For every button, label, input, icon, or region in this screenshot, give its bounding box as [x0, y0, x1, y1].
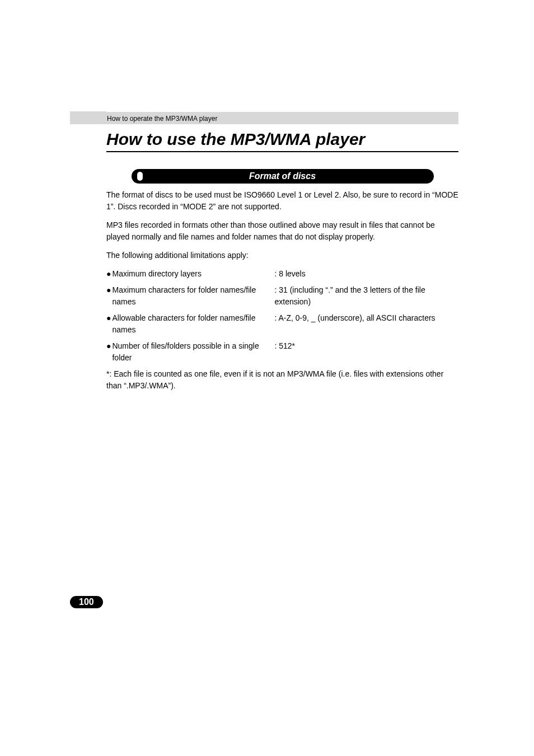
bullet-label: Maximum characters for folder names/file…	[112, 284, 274, 308]
footnote: *: Each file is counted as one file, eve…	[106, 368, 458, 392]
tab-mark	[70, 111, 106, 121]
page-number: 100	[70, 596, 103, 608]
bullet-label: Allowable characters for folder names/fi…	[112, 312, 274, 336]
page-content: How to operate the MP3/WMA player How to…	[0, 0, 534, 392]
breadcrumb-text: How to operate the MP3/WMA player	[107, 115, 217, 123]
bullet-value: : A-Z, 0-9, _ (underscore), all ASCII ch…	[274, 312, 458, 336]
bullet-label: Number of files/folders possible in a si…	[112, 340, 274, 364]
bullet-icon: ●	[106, 284, 111, 308]
bullet-label: Maximum directory layers	[112, 268, 274, 280]
paragraph: The format of discs to be used must be I…	[106, 189, 458, 213]
bullet-icon: ●	[106, 312, 111, 336]
page-title: How to use the MP3/WMA player	[106, 130, 458, 152]
bullet-value: : 8 levels	[274, 268, 458, 280]
section-heading: Format of discs	[132, 169, 434, 184]
bullet-value: : 31 (including “.” and the 3 letters of…	[274, 284, 458, 308]
bullet-value: : 512*	[274, 340, 458, 364]
bullet-item: ● Maximum directory layers : 8 levels	[106, 268, 458, 280]
bullet-icon: ●	[106, 340, 111, 364]
breadcrumb-bar: How to operate the MP3/WMA player	[70, 112, 458, 124]
paragraph: MP3 files recorded in formats other than…	[106, 219, 458, 243]
paragraph: The following additional limitations app…	[106, 250, 458, 261]
bullet-item: ● Maximum characters for folder names/fi…	[106, 284, 458, 308]
bullet-icon: ●	[106, 268, 111, 280]
bullet-item: ● Allowable characters for folder names/…	[106, 312, 458, 336]
bullet-item: ● Number of files/folders possible in a …	[106, 340, 458, 364]
